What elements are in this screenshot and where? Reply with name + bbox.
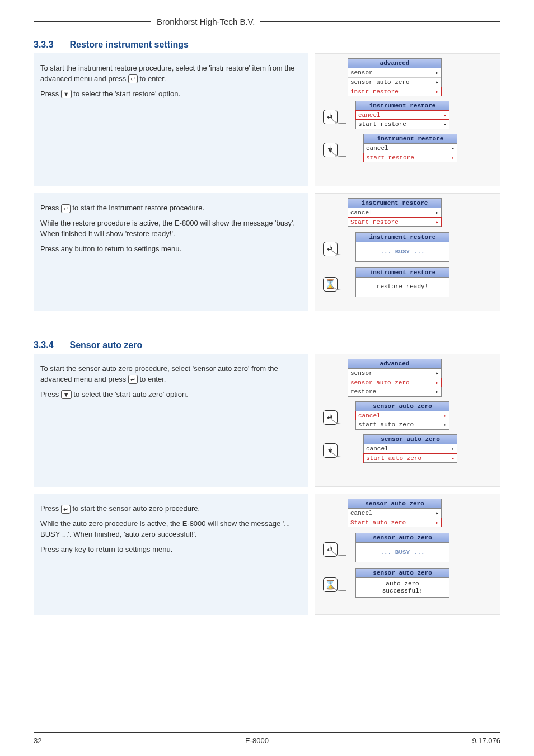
text: While the auto zero procedure is active,… xyxy=(40,519,301,540)
lcd-item: cancel xyxy=(350,510,435,516)
chevron-right-icon: ▸ xyxy=(435,79,439,86)
lcd-title: instrument restore xyxy=(356,233,449,242)
chevron-right-icon: ▸ xyxy=(451,445,455,452)
lcd-advanced-menu-2: advanced sensor▸ sensor auto zero▸ resto… xyxy=(348,359,442,397)
section-heading-334: 3.3.4 Sensor auto zero xyxy=(34,340,500,350)
lcd-item: Start restore xyxy=(350,219,435,226)
chevron-right-icon: ▸ xyxy=(443,412,447,419)
panel-333b-text: Press ↵ to start the instrument restore … xyxy=(34,193,308,311)
down-key-icon: ▼ xyxy=(61,90,72,98)
chevron-right-icon: ▸ xyxy=(435,379,439,386)
panel-334b-text: Press ↵ to start the sensor auto zero pr… xyxy=(34,494,308,615)
chevron-right-icon: ▸ xyxy=(435,69,439,76)
chevron-right-icon: ▸ xyxy=(451,145,455,152)
text: Press any key to return to settings menu… xyxy=(40,544,301,555)
text: to enter. xyxy=(139,375,166,383)
lcd-item: start restore xyxy=(358,121,443,128)
panel-333a-screens: advanced sensor▸ sensor auto zero▸ instr… xyxy=(315,53,500,186)
section-heading-333: 3.3.3 Restore instrument settings xyxy=(34,40,500,50)
text: to enter. xyxy=(139,74,166,83)
lcd-title: sensor auto zero xyxy=(356,533,449,543)
lcd-busy: instrument restore ... BUSY ... xyxy=(355,232,449,262)
lcd-autozero-menu-2: sensor auto zero cancel▸ start auto zero… xyxy=(363,434,457,463)
panel-333b-screens: instrument restore cancel▸ Start restore… xyxy=(315,193,500,311)
lcd-title: sensor auto zero xyxy=(364,435,457,444)
page-number: 32 xyxy=(34,736,41,745)
text: to start the instrument restore procedur… xyxy=(72,204,204,212)
panel-334a: To start the sensor auto zero procedure,… xyxy=(34,354,500,487)
enter-key-icon: ↵ xyxy=(128,375,138,384)
lcd-start-autozero: sensor auto zero cancel▸ Start auto zero… xyxy=(348,499,442,527)
text: To start the instrument restore procedur… xyxy=(40,64,294,83)
lcd-autozero-success: sensor auto zero auto zero successful! xyxy=(355,568,449,598)
lcd-autozero-menu: sensor auto zero cancel▸ start auto zero… xyxy=(355,401,449,430)
down-key-icon: ▼ xyxy=(61,390,72,399)
lcd-title: instrument restore xyxy=(364,134,457,144)
lcd-title: sensor auto zero xyxy=(356,569,449,578)
enter-key-icon: ↵ xyxy=(61,505,71,514)
lcd-item: restore xyxy=(350,388,435,395)
lcd-item: start restore xyxy=(366,154,451,161)
text: Press xyxy=(40,204,61,212)
text: to select the 'start auto zero' option. xyxy=(73,390,188,398)
lcd-autozero-busy: sensor auto zero ... BUSY ... xyxy=(355,533,449,562)
lcd-title: instrument restore xyxy=(348,199,441,208)
lcd-restore-menu: instrument restore cancel▸ start restore… xyxy=(355,101,449,129)
lcd-restore-menu-2: instrument restore cancel▸ start restore… xyxy=(363,134,457,162)
panel-334b: Press ↵ to start the sensor auto zero pr… xyxy=(34,494,500,615)
lcd-start-restore: instrument restore cancel▸ Start restore… xyxy=(348,198,442,227)
panel-334b-screens: sensor auto zero cancel▸ Start auto zero… xyxy=(315,494,500,615)
section-title: Sensor auto zero xyxy=(69,340,142,350)
lcd-title: instrument restore xyxy=(356,101,449,111)
panel-334a-text: To start the sensor auto zero procedure,… xyxy=(34,354,308,487)
text: While the restore procedure is active, t… xyxy=(40,218,301,240)
page-header-rule: Bronkhorst High-Tech B.V. xyxy=(34,17,500,26)
chevron-right-icon: ▸ xyxy=(451,154,455,161)
rule-right xyxy=(260,21,500,22)
page-footer: 32 E-8000 9.17.076 xyxy=(34,732,500,745)
lcd-item: cancel xyxy=(366,445,451,452)
lcd-item: start auto zero xyxy=(366,455,451,462)
lcd-item: sensor xyxy=(350,370,435,377)
chevron-right-icon: ▸ xyxy=(435,519,439,526)
lcd-title: advanced xyxy=(348,59,441,68)
lcd-item: instr restore xyxy=(350,88,435,95)
panel-334a-screens: advanced sensor▸ sensor auto zero▸ resto… xyxy=(315,354,500,487)
text: Press any button to return to settings m… xyxy=(40,244,301,255)
doc-number: 9.17.076 xyxy=(472,736,500,745)
enter-key-icon: ↵ xyxy=(61,204,71,213)
lcd-item: cancel xyxy=(358,112,443,119)
lcd-busy-text: ... BUSY ... xyxy=(356,543,449,562)
chevron-right-icon: ▸ xyxy=(435,219,439,226)
lcd-title: sensor auto zero xyxy=(348,499,441,509)
lcd-item: cancel xyxy=(358,412,443,419)
rule-left xyxy=(34,21,151,22)
lcd-item: cancel xyxy=(366,145,451,152)
chevron-right-icon: ▸ xyxy=(435,510,439,516)
section-title: Restore instrument settings xyxy=(69,40,188,49)
chevron-right-icon: ▸ xyxy=(435,388,439,395)
text: to start the sensor auto zero procedure. xyxy=(72,504,200,513)
section-number: 3.3.4 xyxy=(34,340,67,350)
lcd-item: cancel xyxy=(350,209,435,216)
text: Press xyxy=(40,390,61,398)
lcd-item: sensor auto zero xyxy=(350,379,435,386)
panel-333a-text: To start the instrument restore procedur… xyxy=(34,53,308,186)
chevron-right-icon: ▸ xyxy=(443,421,447,428)
lcd-item: Start auto zero xyxy=(350,519,435,526)
lcd-success-text: auto zero successful! xyxy=(356,578,449,597)
lcd-item: start auto zero xyxy=(358,421,443,428)
chevron-right-icon: ▸ xyxy=(435,209,439,216)
text: Press xyxy=(40,504,61,513)
lcd-ready-text: restore ready! xyxy=(356,278,449,297)
lcd-busy-text: ... BUSY ... xyxy=(356,242,449,261)
chevron-right-icon: ▸ xyxy=(443,112,447,119)
section-number: 3.3.3 xyxy=(34,40,67,50)
product-name: E-8000 xyxy=(245,736,269,745)
chevron-right-icon: ▸ xyxy=(451,455,455,462)
lcd-item: sensor auto zero xyxy=(350,79,435,86)
panel-333b: Press ↵ to start the instrument restore … xyxy=(34,193,500,311)
lcd-title: instrument restore xyxy=(356,268,449,278)
lcd-advanced-menu: advanced sensor▸ sensor auto zero▸ instr… xyxy=(348,58,442,96)
chevron-right-icon: ▸ xyxy=(435,370,439,377)
